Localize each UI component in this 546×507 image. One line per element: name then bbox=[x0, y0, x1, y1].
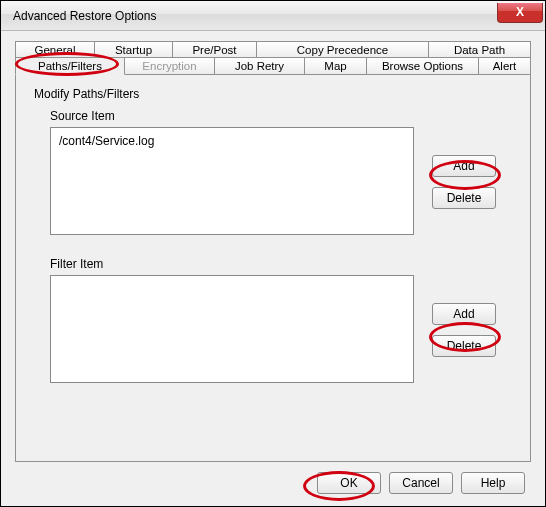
filter-add-button[interactable]: Add bbox=[432, 303, 496, 325]
filter-item-list[interactable] bbox=[50, 275, 414, 383]
tab-alert[interactable]: Alert bbox=[479, 57, 531, 75]
tab-browse-options[interactable]: Browse Options bbox=[367, 57, 479, 75]
tab-copy-precedence[interactable]: Copy Precedence bbox=[257, 41, 429, 58]
tab-prepost[interactable]: Pre/Post bbox=[173, 41, 257, 58]
tab-paths-filters[interactable]: Paths/Filters bbox=[15, 57, 125, 75]
close-button[interactable]: X bbox=[497, 3, 543, 23]
tab-row-2: Paths/Filters Encryption Job Retry Map B… bbox=[15, 57, 531, 75]
dialog-content: General Startup Pre/Post Copy Precedence… bbox=[1, 31, 545, 506]
tab-data-path[interactable]: Data Path bbox=[429, 41, 531, 58]
tab-row-1: General Startup Pre/Post Copy Precedence… bbox=[15, 41, 531, 58]
source-item-label: Source Item bbox=[50, 109, 512, 123]
cancel-button[interactable]: Cancel bbox=[389, 472, 453, 494]
tab-panel-paths-filters: Modify Paths/Filters Source Item /cont4/… bbox=[15, 74, 531, 462]
tab-job-retry[interactable]: Job Retry bbox=[215, 57, 305, 75]
title-bar: Advanced Restore Options X bbox=[1, 1, 545, 31]
source-delete-button[interactable]: Delete bbox=[432, 187, 496, 209]
window-title: Advanced Restore Options bbox=[13, 9, 156, 23]
source-item-list[interactable]: /cont4/Service.log bbox=[50, 127, 414, 235]
help-button[interactable]: Help bbox=[461, 472, 525, 494]
list-item[interactable]: /cont4/Service.log bbox=[59, 134, 405, 148]
filter-item-label: Filter Item bbox=[50, 257, 512, 271]
dialog-footer: OK Cancel Help bbox=[317, 472, 525, 494]
tab-encryption: Encryption bbox=[125, 57, 215, 75]
ok-button[interactable]: OK bbox=[317, 472, 381, 494]
tab-map[interactable]: Map bbox=[305, 57, 367, 75]
tab-startup[interactable]: Startup bbox=[95, 41, 173, 58]
tab-general[interactable]: General bbox=[15, 41, 95, 58]
filter-delete-button[interactable]: Delete bbox=[432, 335, 496, 357]
panel-heading: Modify Paths/Filters bbox=[34, 87, 512, 101]
source-add-button[interactable]: Add bbox=[432, 155, 496, 177]
